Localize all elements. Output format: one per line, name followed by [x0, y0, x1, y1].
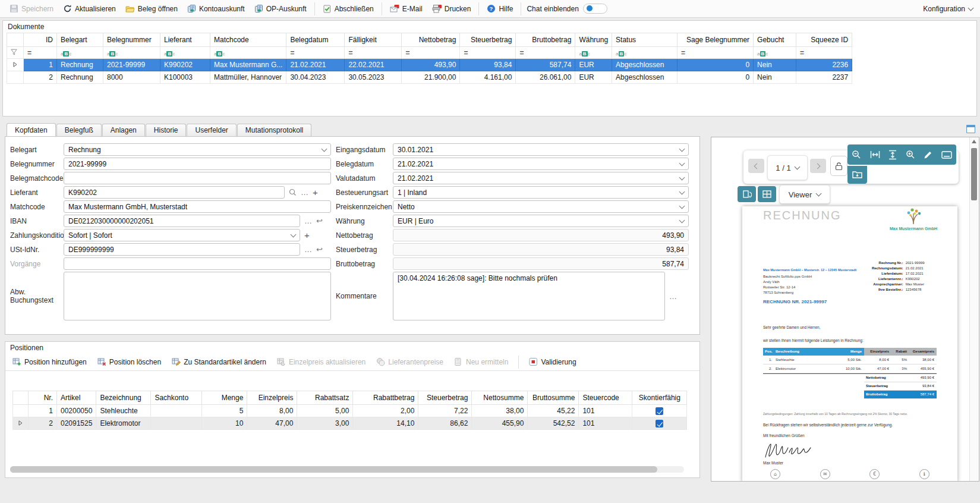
- undo-icon[interactable]: ↩: [316, 246, 323, 253]
- save-annotation-button[interactable]: [847, 166, 867, 184]
- column-header-artikel[interactable]: Artikel: [57, 391, 96, 405]
- checkbox[interactable]: [656, 420, 663, 427]
- ellipsis-button[interactable]: …: [304, 246, 312, 253]
- filter-cell-id[interactable]: =: [24, 47, 57, 59]
- column-header-rabattbetrag[interactable]: Rabattbetrag: [353, 391, 418, 405]
- column-header-status[interactable]: Status: [612, 33, 678, 47]
- scroll-up-icon[interactable]: [972, 140, 976, 143]
- abw-buchungstext-textarea[interactable]: [64, 272, 331, 320]
- tab-mutationsprotokoll[interactable]: Mutationsprotokoll: [237, 124, 311, 136]
- column-header-nettobetrag[interactable]: Nettobetrag: [402, 33, 460, 47]
- tab-anlagen[interactable]: Anlagen: [102, 124, 145, 136]
- neu-ermitteln-button[interactable]: Neu ermitteln: [450, 356, 512, 368]
- belegart-select[interactable]: Rechnung: [64, 143, 331, 156]
- restore-window-icon[interactable]: [966, 125, 975, 133]
- iban-input[interactable]: DE0212030000000202051: [64, 215, 300, 227]
- search-icon[interactable]: [289, 188, 297, 196]
- column-header-bruttobetrag[interactable]: Bruttobetrag: [516, 33, 575, 47]
- column-header-sage[interactable]: Sage Belegnummer: [678, 33, 754, 47]
- filter-cell-bruttobetrag[interactable]: =: [516, 47, 575, 59]
- chat-toggle[interactable]: [583, 4, 607, 14]
- column-header-gebucht[interactable]: Gebucht: [754, 33, 796, 47]
- filter-cell-squeeze[interactable]: =: [796, 47, 852, 59]
- column-header-lieferant[interactable]: Lieferant: [160, 33, 210, 47]
- zahlungskondition-select[interactable]: Sofort | Sofort: [64, 229, 300, 241]
- email-button[interactable]: E-Mail: [385, 2, 427, 15]
- grid-view-button[interactable]: [758, 186, 776, 202]
- add-zahlungskondition-button[interactable]: +: [304, 231, 310, 240]
- checkbox[interactable]: [656, 407, 663, 415]
- viewer-mode-dropdown[interactable]: Viewer: [779, 185, 830, 204]
- tab-belegfuss[interactable]: Belegfuß: [56, 124, 102, 136]
- column-header-nettosumme[interactable]: Nettosumme: [472, 391, 528, 405]
- table-row[interactable]: 1Rechnung2021-99999K990202Max Mustermann…: [7, 59, 852, 71]
- table-row[interactable]: 2Rechnung8000K100003Mattmüller, Hannover…: [7, 71, 852, 84]
- lieferantenpreise-button[interactable]: Lieferantenpreise: [373, 356, 447, 368]
- filter-cell-matchcode[interactable]: aBc: [210, 47, 286, 59]
- filter-cell-marker[interactable]: [7, 47, 24, 59]
- column-header-steuerbetrag[interactable]: Steuerbetrag: [460, 33, 516, 47]
- filter-cell-sage[interactable]: =: [678, 47, 754, 59]
- save-button[interactable]: Speichern: [5, 2, 58, 15]
- undo-icon[interactable]: ↩: [316, 217, 323, 225]
- table-row[interactable]: 100200050Stehleuchte58,005,002,007,2238,…: [13, 405, 687, 417]
- eingangsdatum-select[interactable]: 30.01.2021: [393, 143, 689, 156]
- filter-cell-belegnummer[interactable]: aBc: [103, 47, 160, 59]
- besteuerungsart-select[interactable]: 1 | Inland: [393, 186, 689, 199]
- standardartikel-button[interactable]: Zu Standardartikel ändern: [168, 356, 270, 368]
- column-header-bruttosumme[interactable]: Bruttosumme: [528, 391, 579, 405]
- belegdatum-select[interactable]: 21.02.2021: [393, 158, 689, 170]
- column-header-bezeichnung[interactable]: Bezeichnung: [96, 391, 151, 405]
- invoice-page[interactable]: RECHNUNG Max Mustermann GmbH Max Musterm…: [742, 206, 957, 482]
- lock-button[interactable]: [830, 156, 847, 176]
- belegmatchcode-input[interactable]: [64, 172, 331, 184]
- column-header-steuerbetrag[interactable]: Steuerbetrag: [418, 391, 472, 405]
- steuerbetrag-field[interactable]: 93,84: [393, 243, 689, 256]
- filter-cell-steuerbetrag[interactable]: =: [460, 47, 516, 59]
- print-button[interactable]: Drucken: [427, 2, 476, 15]
- kommentare-textarea[interactable]: [30.04.2024 16:26:08 sage]: Bitte nochma…: [393, 272, 665, 320]
- tab-historie[interactable]: Historie: [146, 124, 187, 136]
- nettobetrag-field[interactable]: 493,90: [393, 229, 689, 241]
- column-header-skontierfaehig[interactable]: Skontierfähig: [632, 391, 687, 405]
- filter-cell-belegart[interactable]: aBc: [57, 47, 103, 59]
- column-header-belegart[interactable]: Belegart: [57, 33, 103, 47]
- help-button[interactable]: ? Hilfe: [482, 2, 518, 15]
- filter-cell-gebucht[interactable]: aBc: [754, 47, 796, 59]
- valutadatum-select[interactable]: 21.02.2021: [393, 172, 689, 184]
- vertical-scrollbar[interactable]: [969, 137, 979, 481]
- filter-cell-waehrung[interactable]: aBc: [575, 47, 612, 59]
- einzelpreis-aktualisieren-button[interactable]: Einzelpreis aktualisieren: [273, 356, 369, 368]
- zoom-out-icon[interactable]: [852, 150, 861, 159]
- fit-width-icon[interactable]: [870, 150, 880, 159]
- tab-kopfdaten[interactable]: Kopfdaten: [7, 123, 56, 136]
- account-statement-button[interactable]: Kontoauskunft: [182, 2, 250, 15]
- column-header-waehrung[interactable]: Währung: [575, 33, 612, 47]
- position-add-button[interactable]: Position hinzufügen: [9, 356, 90, 368]
- filter-cell-lieferant[interactable]: aBc: [160, 47, 210, 59]
- column-header-belegnummer[interactable]: Belegnummer: [103, 33, 160, 47]
- horizontal-scrollbar[interactable]: [10, 466, 684, 473]
- column-header-faelligkeit[interactable]: Fälligkeit: [345, 33, 402, 47]
- scrollbar-thumb[interactable]: [971, 148, 977, 200]
- position-delete-button[interactable]: Position löschen: [94, 356, 165, 368]
- fit-height-icon[interactable]: [888, 150, 897, 160]
- ellipsis-button[interactable]: …: [304, 217, 312, 225]
- pen-icon[interactable]: [924, 150, 932, 159]
- finish-button[interactable]: Abschließen: [318, 2, 379, 15]
- ustidnr-input[interactable]: DE999999999: [64, 243, 300, 256]
- filter-cell-nettobetrag[interactable]: =: [402, 47, 460, 59]
- preiskennzeichen-select[interactable]: Netto: [393, 200, 689, 213]
- vorgaenge-input[interactable]: [64, 257, 331, 270]
- column-header-rabattsatz[interactable]: Rabattsatz: [297, 391, 353, 405]
- validierung-button[interactable]: Validierung: [525, 356, 579, 368]
- bruttobetrag-field[interactable]: 587,74: [393, 257, 689, 270]
- column-header-einzelpreis[interactable]: Einzelpreis: [247, 391, 297, 405]
- column-header-squeeze[interactable]: Squeeze ID: [796, 33, 852, 47]
- ellipsis-button[interactable]: …: [301, 188, 308, 196]
- filter-cell-faelligkeit[interactable]: =: [345, 47, 402, 59]
- column-header-matchcode[interactable]: Matchcode: [210, 33, 286, 47]
- next-page-button[interactable]: [810, 159, 826, 173]
- zoom-in-icon[interactable]: [906, 150, 915, 159]
- waehrung-select[interactable]: EUR | Euro: [393, 215, 689, 227]
